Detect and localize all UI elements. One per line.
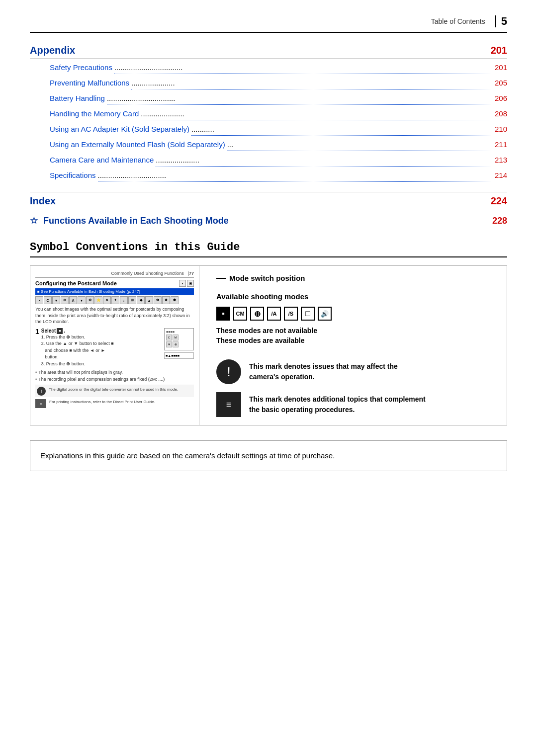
appendix-section: Appendix 201 Safety Precautions ........… [30, 45, 507, 184]
cs-print-icon: ≡ [35, 399, 46, 408]
cs-small-icon: ↕ [120, 296, 128, 304]
toc-item-dots: ................................. [114, 62, 490, 74]
toc-item-label: Specifications [50, 169, 96, 181]
toc-item[interactable]: Battery Handling .......................… [50, 92, 507, 107]
cs-small-icon: ⊕ [61, 296, 69, 304]
toc-item-dots: ... [227, 139, 490, 151]
toc-item-page: 201 [492, 62, 507, 74]
toc-item-page: 210 [492, 123, 507, 135]
cs-warning-icon: ! [37, 387, 46, 396]
toc-item[interactable]: Handling the Memory Card ...............… [50, 108, 507, 122]
appendix-title[interactable]: Appendix [30, 45, 75, 56]
symbol-conventions-title: Symbol Conventions in this Guide [30, 241, 507, 257]
cs-top-bar-text: Commonly Used Shooting Functions [111, 271, 184, 276]
modes-not-available-label: These modes are not available [216, 327, 502, 335]
functions-page: 228 [492, 216, 507, 226]
cs-small-icon: ⚙ [86, 296, 94, 304]
cs-two-col: 1 Select ■. 1. Press the ⊕ button. 2. Us… [35, 328, 194, 370]
cs-body-text: You can shoot images with the optimal se… [35, 306, 194, 325]
cs-step-content: Select ■. 1. Press the ⊕ button. 2. Use … [41, 328, 114, 368]
toc-item-page: 214 [492, 169, 507, 181]
cs-small-icon: ◆ [137, 296, 145, 304]
toc-item[interactable]: Using an AC Adapter Kit (Sold Separately… [50, 123, 507, 138]
cs-bullet-item: • The area that will not print displays … [35, 369, 194, 376]
cs-icon-row: ▪ C ▼ ⊕ A ♦ ⚙ ⭐ ✕ ✦ ↕ ⊞ ◆ ▲ ✿ ❋ ✾ [35, 296, 194, 304]
mark-row-warning: ! This mark denotes issues that may affe… [216, 359, 502, 384]
mode-icon-fa: /A [267, 307, 281, 321]
toc-item-label: Using an AC Adapter Kit (Sold Separately… [50, 123, 189, 135]
annotation-line: Mode switch position [216, 274, 502, 282]
toc-item[interactable]: Preventing Malfunctions ................… [50, 77, 507, 91]
cs-sub-step: 1. Press the ⊕ button. 2. Use the ▲ or ▼… [41, 334, 114, 368]
toc-item-dots: ........... [191, 123, 490, 136]
explanation-text: Explanations in this guide are based on … [40, 451, 335, 460]
cs-small-block: C [166, 335, 172, 340]
cs-step-title: Select ■. [41, 328, 114, 334]
cs-small-icon: ✾ [171, 296, 179, 304]
cs-small-icon: A [69, 296, 77, 304]
header-divider [495, 15, 496, 27]
functions-title[interactable]: ☆ Functions Available in Each Shooting M… [30, 215, 229, 226]
mode-icon-cm: CM [233, 307, 247, 321]
toc-item-label: Safety Precautions [50, 62, 112, 74]
cs-print-text: For printing instructions, refer to the … [49, 399, 155, 405]
cs-small-block: M [173, 335, 179, 340]
toc-item-label: Handling the Memory Card [50, 108, 139, 120]
appendix-page: 201 [491, 45, 507, 56]
cs-small-block: ⊕ [173, 341, 179, 347]
warning-mark-icon: ! [216, 359, 241, 384]
cs-section-title: Configuring the Postcard Mode [35, 280, 117, 286]
shooting-modes-icons: ▪ CM ⊕ /A /S □ 🔊 [216, 307, 502, 321]
explanation-box: Explanations in this guide are based on … [30, 440, 507, 471]
header-page-number: 5 [501, 15, 507, 28]
toc-item[interactable]: Using an Externally Mounted Flash (Sold … [50, 139, 507, 153]
available-modes-annotation: Available shooting modes ▪ CM ⊕ /A /S □ … [216, 292, 502, 344]
appendix-items: Safety Precautions .....................… [30, 62, 507, 184]
toc-item-page: 211 [492, 139, 507, 151]
star-icon: ☆ [30, 216, 38, 226]
toc-item[interactable]: Safety Precautions .....................… [50, 62, 507, 76]
mode-icon-fs: /S [284, 307, 298, 321]
page-header: Table of Contents 5 [30, 15, 507, 33]
toc-item-dots: ..................... [156, 154, 490, 167]
cs-step: 1 Select ■. 1. Press the ⊕ button. 2. Us… [35, 328, 161, 368]
toc-item-label: Preventing Malfunctions [50, 77, 129, 89]
annotation-dash-icon [216, 278, 226, 279]
cs-small-icon: ✿ [154, 296, 162, 304]
cs-small-block: ▼ [166, 341, 172, 347]
cs-bullet-item: • The recording pixel and compression se… [35, 376, 194, 383]
cs-small-icon: ✕ [103, 296, 111, 304]
cs-right-small-row: ▼ ⊕ [166, 341, 192, 347]
cs-right-small-row: C M [166, 335, 192, 340]
index-section: Index 224 [30, 192, 507, 210]
cs-small-icon: ⭐ [94, 296, 102, 304]
cs-small-icon: ❋ [162, 296, 170, 304]
toc-item-dots: ..................... [141, 108, 490, 120]
cs-section-header: Configuring the Postcard Mode ▪ ▣ [35, 280, 194, 287]
cs-panel-label: ■■■■ [166, 330, 192, 334]
toc-item[interactable]: Camera Care and Maintenance ............… [50, 154, 507, 168]
annotations-panel: Mode switch position Available shooting … [211, 266, 507, 425]
toc-item-label: Battery Handling [50, 92, 105, 104]
cs-step-number: 1 [35, 328, 39, 335]
toc-item[interactable]: Specifications .........................… [50, 169, 507, 184]
cs-bullet-text: The recording pixel and compression sett… [38, 376, 165, 383]
cs-blue-bar: ■ See Functions Available in Each Shooti… [35, 288, 194, 295]
cs-small-icon: ▲ [145, 296, 153, 304]
bottom-marks: ! This mark denotes issues that may affe… [216, 359, 502, 417]
toc-item-dots: ................................. [107, 92, 490, 105]
cs-note-text: The digital zoom or the digital tele-con… [49, 387, 178, 392]
cs-left-col: 1 Select ■. 1. Press the ⊕ button. 2. Us… [35, 328, 161, 370]
toc-item-label: Using an Externally Mounted Flash (Sold … [50, 139, 225, 151]
toc-item-page: 205 [492, 77, 507, 89]
index-page: 224 [491, 195, 507, 207]
mode-icon-video: □ [301, 307, 315, 321]
cs-icon-video: ▣ [187, 280, 194, 287]
index-title[interactable]: Index [30, 195, 56, 207]
cs-select-icon: ■ [57, 328, 63, 334]
cs-button-row: ■▲■■■■ [164, 352, 194, 359]
toc-item-label: Camera Care and Maintenance [50, 154, 154, 166]
cs-top-bar: Commonly Used Shooting Functions | 77 [35, 271, 194, 278]
info-mark-text: This mark denotes additional topics that… [249, 394, 426, 415]
appendix-header: Appendix 201 [30, 45, 507, 59]
